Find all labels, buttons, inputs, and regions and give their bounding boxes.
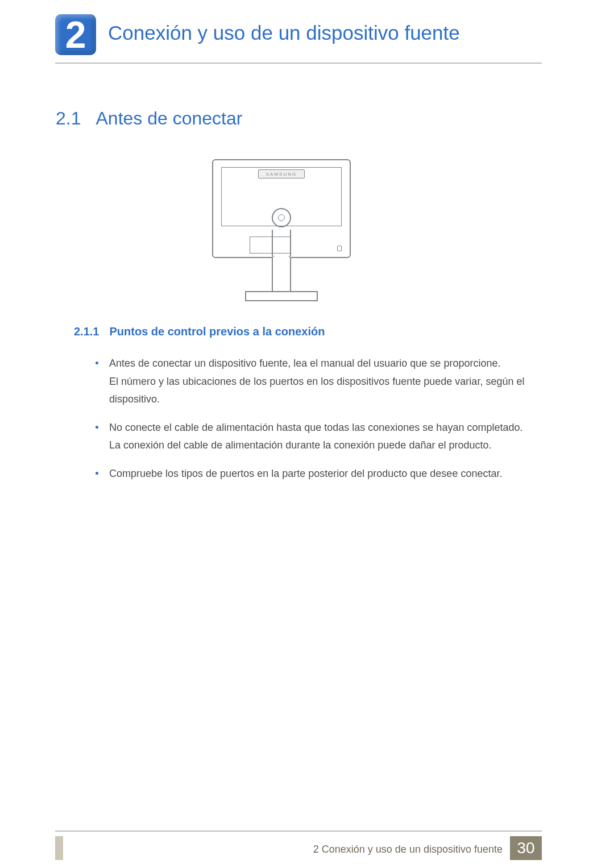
brand-plate: SAMSUNG	[258, 169, 305, 178]
list-item-text: La conexión del cable de alimentación du…	[109, 437, 528, 455]
list-item-text: Compruebe los tipos de puertos en la par…	[109, 465, 528, 483]
list-item: Compruebe los tipos de puertos en la par…	[96, 465, 528, 483]
section-number: 2.1	[56, 108, 81, 128]
header-divider	[55, 63, 542, 64]
chapter-number: 2	[65, 16, 86, 53]
section-title: Antes de conectar	[96, 108, 242, 128]
monitor-rear-illustration: SAMSUNG	[199, 159, 364, 307]
monitor-back-panel: SAMSUNG	[212, 159, 351, 258]
footer-divider	[55, 830, 542, 832]
subsection-title: Puntos de control previos a la conexión	[109, 325, 325, 338]
checkpoint-list: Antes de conectar un dispositivo fuente,…	[96, 355, 528, 493]
list-item-text: Antes de conectar un dispositivo fuente,…	[109, 355, 528, 373]
list-item-text: No conecte el cable de alimentación hast…	[109, 419, 528, 437]
stand-column	[272, 257, 291, 291]
stand-mount-ring	[272, 208, 291, 227]
footer-accent-block	[55, 836, 63, 860]
subsection-heading: 2.1.1Puntos de control previos a la cone…	[74, 325, 325, 338]
list-item: Antes de conectar un dispositivo fuente,…	[96, 355, 528, 409]
page-number-badge: 30	[510, 836, 542, 860]
section-heading: 2.1Antes de conectar	[56, 108, 242, 129]
stand-mount-ring-inner	[278, 214, 285, 221]
subsection-number: 2.1.1	[74, 325, 99, 338]
page-number: 30	[517, 839, 534, 857]
list-item: No conecte el cable de alimentación hast…	[96, 419, 528, 455]
chapter-title: Conexión y uso de un dispositivo fuente	[108, 22, 460, 44]
kensington-lock-icon	[337, 246, 342, 251]
footer-chapter-label: 2 Conexión y uso de un dispositivo fuent…	[313, 844, 503, 855]
chapter-number-badge: 2	[55, 14, 96, 55]
list-item-text: El número y las ubicaciones de los puert…	[109, 373, 528, 409]
rear-port-panel	[250, 236, 291, 254]
stand-base	[245, 291, 318, 301]
brand-label: SAMSUNG	[266, 172, 297, 177]
